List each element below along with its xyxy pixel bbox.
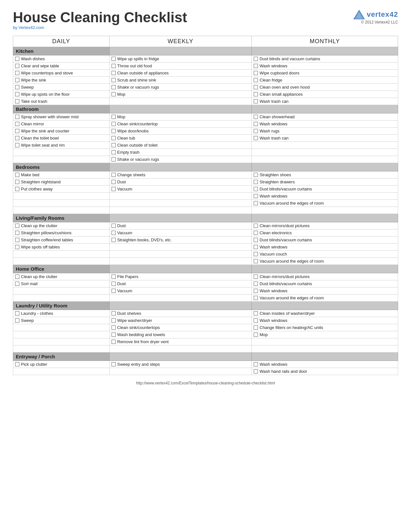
checkbox[interactable] (112, 92, 116, 96)
checkbox[interactable] (254, 238, 258, 242)
checkbox[interactable] (112, 136, 116, 140)
checkbox[interactable] (112, 129, 116, 133)
checkbox[interactable] (254, 78, 258, 82)
checkbox[interactable] (112, 311, 116, 315)
checkbox[interactable] (112, 150, 116, 154)
checklist-item: Change sheets (112, 172, 250, 177)
checkbox[interactable] (15, 231, 19, 235)
checkbox[interactable] (15, 99, 19, 103)
checkbox[interactable] (254, 136, 258, 140)
checkbox[interactable] (15, 238, 19, 242)
checkbox[interactable] (112, 333, 116, 337)
item-label: Vacuum (117, 230, 132, 235)
checkbox[interactable] (15, 115, 19, 119)
checkbox[interactable] (15, 318, 19, 323)
checkbox[interactable] (15, 136, 19, 140)
checkbox[interactable] (254, 245, 258, 249)
checkbox[interactable] (15, 122, 19, 126)
checkbox[interactable] (15, 275, 19, 279)
checkbox[interactable] (15, 282, 19, 286)
checkbox[interactable] (15, 187, 19, 191)
checkbox[interactable] (112, 85, 116, 89)
checkbox[interactable] (15, 71, 19, 75)
checkbox[interactable] (15, 173, 19, 177)
checkbox[interactable] (254, 85, 258, 89)
checklist-item: Wipe spots off tables (15, 245, 107, 249)
checkbox[interactable] (254, 224, 258, 228)
checkbox[interactable] (254, 173, 258, 177)
section-header-weekly (109, 302, 252, 310)
checkbox[interactable] (112, 143, 116, 147)
checkbox[interactable] (254, 259, 258, 263)
checklist-item: Shake or vacuum rugs (112, 85, 250, 90)
checkbox[interactable] (112, 275, 116, 279)
checkbox[interactable] (112, 282, 116, 286)
checkbox[interactable] (254, 115, 258, 119)
checklist-item: Dust blinds/vacuum curtains (254, 187, 396, 191)
checkbox[interactable] (15, 311, 19, 315)
checkbox[interactable] (254, 187, 258, 191)
checklist-item: Wash rugs (254, 129, 396, 133)
checkbox[interactable] (112, 157, 116, 161)
checkbox[interactable] (254, 71, 258, 75)
checkbox[interactable] (254, 252, 258, 256)
checkbox[interactable] (15, 245, 19, 249)
checkbox[interactable] (15, 129, 19, 133)
checkbox[interactable] (254, 318, 258, 323)
checkbox[interactable] (112, 325, 116, 330)
page-header: House Cleaning Checklist by Vertex42.com… (13, 10, 398, 30)
checkbox[interactable] (112, 231, 116, 235)
checkbox[interactable] (112, 115, 116, 119)
checkbox[interactable] (15, 92, 19, 96)
checkbox[interactable] (112, 187, 116, 191)
checkbox[interactable] (254, 369, 258, 373)
checkbox[interactable] (254, 64, 258, 68)
checkbox[interactable] (254, 325, 258, 330)
checkbox[interactable] (112, 78, 116, 82)
checkbox[interactable] (15, 57, 19, 61)
checkbox[interactable] (15, 78, 19, 82)
checkbox[interactable] (254, 311, 258, 315)
checkbox[interactable] (112, 289, 116, 293)
byline-link[interactable]: by Vertex42.com (13, 25, 44, 30)
checkbox[interactable] (254, 201, 258, 205)
checkbox[interactable] (112, 238, 116, 242)
table-row: VacuumWash windows (13, 287, 398, 295)
checkbox[interactable] (254, 194, 258, 198)
checkbox[interactable] (112, 122, 116, 126)
checkbox[interactable] (112, 362, 116, 366)
checkbox[interactable] (254, 282, 258, 286)
checkbox[interactable] (254, 92, 258, 96)
checkbox[interactable] (112, 64, 116, 68)
checkbox[interactable] (15, 224, 19, 228)
checkbox[interactable] (112, 57, 116, 61)
checkbox[interactable] (15, 362, 19, 366)
checklist-item-empty (15, 259, 107, 264)
item-label: Sort mail (21, 281, 37, 286)
checkbox[interactable] (254, 231, 258, 235)
checkbox[interactable] (254, 129, 258, 133)
checkbox[interactable] (254, 296, 258, 300)
checkbox[interactable] (15, 64, 19, 68)
checkbox[interactable] (254, 333, 258, 337)
checkbox[interactable] (15, 143, 19, 147)
checkbox[interactable] (254, 99, 258, 103)
checkbox[interactable] (112, 180, 116, 184)
checkbox[interactable] (254, 180, 258, 184)
checkbox[interactable] (15, 85, 19, 89)
checkbox[interactable] (112, 340, 116, 344)
section-header-monthly (252, 353, 398, 361)
checkbox[interactable] (254, 289, 258, 293)
checkbox[interactable] (254, 122, 258, 126)
checkbox[interactable] (254, 275, 258, 279)
checkbox[interactable] (112, 318, 116, 323)
checkbox[interactable] (254, 57, 258, 61)
section-header-weekly (109, 265, 252, 273)
checkbox[interactable] (15, 180, 19, 184)
checkbox[interactable] (112, 173, 116, 177)
checkbox[interactable] (112, 71, 116, 75)
checkbox[interactable] (254, 362, 258, 366)
checkbox[interactable] (112, 224, 116, 228)
checklist-item: Make bed (15, 172, 107, 177)
table-row: Wash hand rails and door (13, 368, 398, 375)
